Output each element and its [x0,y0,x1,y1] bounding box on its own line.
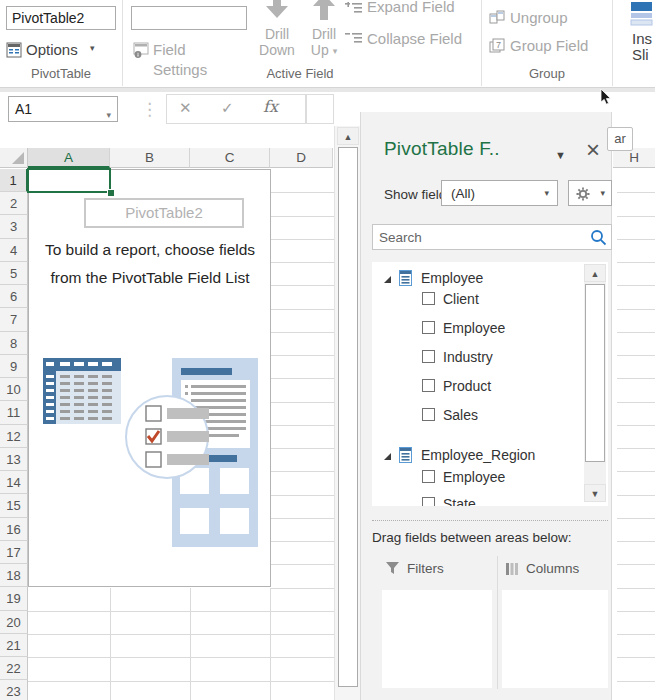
drill-up-icon [310,0,338,26]
field-checkbox[interactable] [422,470,435,483]
gridline [271,518,334,519]
pane-tools-button[interactable]: ▾ [568,180,612,206]
gridline [271,192,334,193]
row-header-15[interactable]: 15 [0,494,28,517]
search-input[interactable] [372,224,612,250]
ungroup-button[interactable]: Ungroup [489,8,609,28]
row-header-7[interactable]: 7 [0,308,28,331]
select-all-button[interactable] [0,148,28,168]
name-box[interactable]: A1 ▾ [8,96,118,122]
row-header-17[interactable]: 17 [0,541,28,564]
field-checkbox[interactable] [422,292,435,305]
gridline [271,309,334,310]
row-header-12[interactable]: 12 [0,425,28,448]
field-item-row[interactable]: Sales [372,407,582,425]
expand-triangle-icon[interactable] [384,453,391,460]
column-header-a[interactable]: A [28,148,110,168]
worksheet-right-sliver [613,112,655,700]
field-group-row[interactable]: Employee_Region [372,447,582,465]
row-header-20[interactable]: 20 [0,611,28,634]
row-header-16[interactable]: 16 [0,518,28,541]
gridline [617,471,655,472]
row-header-22[interactable]: 22 [0,657,28,680]
row-header-4[interactable]: 4 [0,239,28,262]
column-header-b[interactable]: B [110,148,190,168]
drill-up-button[interactable]: Drill Up ▾ [302,0,346,64]
row-header-3[interactable]: 3 [0,215,28,238]
selected-cell-a1[interactable] [27,168,111,193]
field-item-row[interactable]: Employee [372,469,582,487]
cancel-icon[interactable]: ✕ [179,99,192,117]
field-item-row[interactable]: Client [372,291,582,309]
insert-slicer-button[interactable]: Ins Sli [628,0,655,64]
field-item-row[interactable]: Employee [372,320,582,338]
gridline [271,495,334,496]
scrollbar-thumb[interactable] [338,147,358,687]
show-fields-value: (All) [451,186,475,201]
row-header-23[interactable]: 23 [0,680,28,700]
row-header-14[interactable]: 14 [0,471,28,494]
fill-handle[interactable] [107,189,115,197]
column-header-d[interactable]: D [270,148,333,168]
scrollbar-thumb[interactable] [585,284,605,462]
pane-options-chevron-icon[interactable]: ▼ [555,149,566,161]
field-checkbox[interactable] [422,379,435,392]
field-item-row[interactable]: State [372,496,582,506]
collapse-field-button[interactable]: Collapse Field [345,30,475,48]
gridline [617,588,655,589]
show-fields-dropdown[interactable]: (All) ▾ [441,180,558,206]
field-group-row[interactable]: Employee [372,270,582,288]
formula-input[interactable] [306,94,334,124]
row-header-5[interactable]: 5 [0,262,28,285]
row-header-6[interactable]: 6 [0,285,28,308]
active-field-input[interactable] [131,6,247,30]
field-label: Client [443,291,479,307]
field-item-row[interactable]: Product [372,378,582,396]
group-field-button[interactable]: 7 Group Field [489,36,609,56]
row-header-1[interactable]: 1 [0,169,28,192]
insert-function-icon[interactable]: fx [263,97,278,116]
scroll-up-icon[interactable]: ▲ [584,264,606,282]
row-header-8[interactable]: 8 [0,332,28,355]
field-checkbox[interactable] [422,350,435,363]
gridline [617,378,655,379]
drill-up-label2: Up ▾ [302,42,346,60]
pivottable-name-input[interactable] [6,6,116,30]
chevron-down-icon: ▾ [544,188,549,198]
group-field-label: Group Field [510,36,588,56]
row-header-9[interactable]: 9 [0,355,28,378]
pane-close-icon[interactable]: × [586,138,600,162]
row-header-18[interactable]: 18 [0,564,28,587]
row-header-19[interactable]: 19 [0,587,28,610]
columns-drop-area[interactable] [502,590,608,688]
field-checkbox[interactable] [422,321,435,334]
field-item-row[interactable]: Industry [372,349,582,367]
columns-icon [506,562,520,580]
formula-bar-grip[interactable]: ⋮ [141,99,158,120]
filters-drop-area[interactable] [382,590,492,688]
row-header-10[interactable]: 10 [0,378,28,401]
field-settings-icon [133,42,149,62]
scroll-up-icon[interactable]: ▲ [337,127,359,145]
drill-down-button[interactable]: Drill Down [255,0,299,64]
row-header-21[interactable]: 21 [0,634,28,657]
column-header-c[interactable]: C [190,148,270,168]
expand-field-button[interactable]: Expand Field [345,0,475,18]
gridline [270,588,271,700]
row-header-13[interactable]: 13 [0,448,28,471]
field-label: Employee [443,320,505,336]
insert-slicer-label2: Sli [632,46,649,63]
sheet-vscrollbar[interactable]: ▲ [334,126,360,700]
columns-area-label: Columns [526,561,579,576]
column-header-h[interactable]: H [613,148,655,168]
field-checkbox[interactable] [422,408,435,421]
field-checkbox[interactable] [422,497,435,506]
scroll-down-icon[interactable]: ▼ [584,484,606,502]
options-label: Options [26,40,78,60]
enter-icon[interactable]: ✓ [221,99,234,117]
search-icon[interactable] [590,229,607,250]
expand-triangle-icon[interactable] [384,276,391,283]
row-header-2[interactable]: 2 [0,192,28,215]
row-header-11[interactable]: 11 [0,401,28,424]
field-list-scrollbar[interactable]: ▲ ▼ [584,264,606,502]
